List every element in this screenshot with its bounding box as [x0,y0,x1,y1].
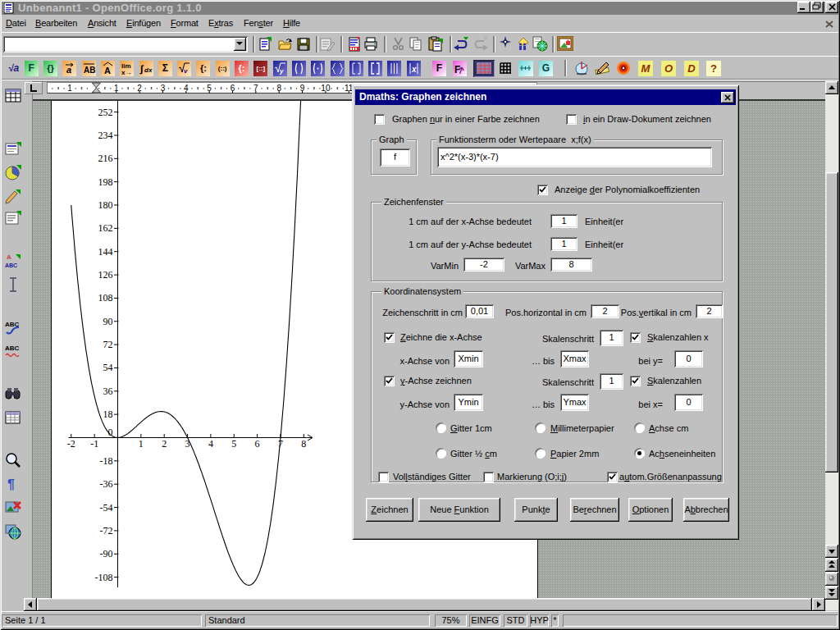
svg-text:72: 72 [103,339,113,350]
svg-text:ABC: ABC [5,345,20,352]
svg-text:-54: -54 [100,502,113,514]
svg-text:216: 216 [98,153,113,164]
svg-text:y: y [279,67,284,75]
svg-text:-90: -90 [100,548,113,559]
svg-text:162: 162 [98,222,113,234]
svg-text:AB: AB [84,66,95,75]
svg-text:8: 8 [301,438,306,450]
svg-text:-36: -36 [100,478,113,490]
svg-text:F: F [454,64,460,75]
svg-text:2: 2 [162,438,167,450]
svg-text:-1: -1 [90,438,98,450]
svg-text:¶: ¶ [7,477,15,491]
svg-text:dx: dx [144,66,153,74]
svg-text:54: 54 [103,362,113,373]
svg-text:90: 90 [103,316,113,327]
svg-text:1: 1 [139,438,144,450]
svg-text:144: 144 [98,246,113,258]
svg-text:18: 18 [103,409,113,420]
svg-text:4: 4 [208,438,213,450]
svg-text:126: 126 [98,269,113,281]
svg-text:1: 1 [67,84,72,93]
svg-text:A: A [104,66,111,75]
svg-text:x→: x→ [121,69,131,76]
svg-text:5: 5 [231,438,236,450]
svg-text:A: A [7,253,11,261]
svg-text:252: 252 [98,107,113,118]
svg-text:3: 3 [185,438,190,450]
svg-text:ABC: ABC [5,262,17,268]
svg-text:-108: -108 [95,572,113,583]
svg-text:-2: -2 [67,438,75,450]
svg-text:v: v [184,67,188,75]
svg-text:108: 108 [98,292,113,304]
svg-text:-18: -18 [100,455,113,467]
svg-text:180: 180 [98,199,113,211]
svg-text:x: x [411,65,417,74]
svg-text:-72: -72 [100,525,113,536]
svg-text:6: 6 [255,438,260,450]
svg-text:198: 198 [98,176,113,188]
svg-text:234: 234 [98,130,113,141]
svg-text:36: 36 [103,386,113,397]
